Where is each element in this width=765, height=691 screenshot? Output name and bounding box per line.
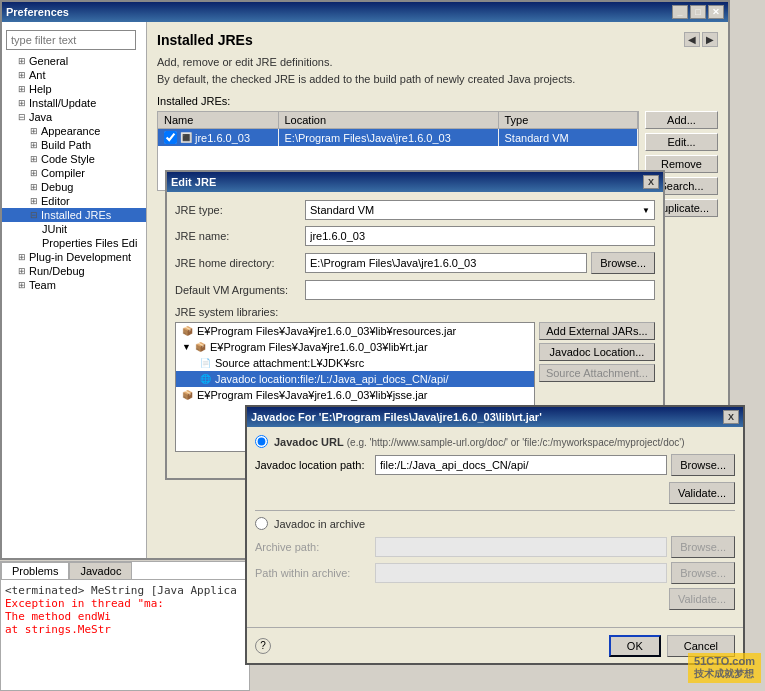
expand-icon: ⊞ [18,84,26,94]
error-line-1: Exception in thread "ma: [5,597,245,610]
javadoc-dialog: Javadoc For 'E:\Program Files\Java\jre1.… [245,405,745,665]
lib-item[interactable]: 📦 E¥Program Files¥Java¥jre1.6.0_03¥lib¥r… [176,323,534,339]
col-location: Location [278,112,498,129]
expand-icon: ⊞ [18,56,26,66]
sidebar-item-junit[interactable]: JUnit [2,222,146,236]
expand-icon: ⊞ [30,154,38,164]
jre-name-label: JRE name: [175,230,305,242]
jar-icon: 📦 [182,390,193,400]
path-within-label: Path within archive: [255,567,375,579]
sidebar-item-plugin-dev[interactable]: ⊞ Plug-in Development [2,250,146,264]
javadoc-title: Javadoc For 'E:\Program Files\Java\jre1.… [251,411,542,423]
javadoc-location-button[interactable]: Javadoc Location... [539,343,655,361]
edit-button[interactable]: Edit... [645,133,718,151]
sidebar-item-build-path[interactable]: ⊞ Build Path [2,138,146,152]
expand-icon: ⊞ [18,252,26,262]
expand-icon: ⊞ [18,266,26,276]
lib-item[interactable]: 📄 Source attachment:L¥JDK¥src [176,355,534,371]
edit-jre-titlebar: Edit JRE X [167,172,663,192]
vm-args-input[interactable] [305,280,655,300]
archive-path-row: Archive path: Browse... [255,536,735,558]
tab-javadoc[interactable]: Javadoc [69,562,132,579]
tab-problems[interactable]: Problems [1,562,69,579]
expand-icon: ⊞ [18,280,26,290]
sidebar-item-run-debug[interactable]: ⊞ Run/Debug [2,264,146,278]
javadoc-footer: ? OK Cancel [247,627,743,663]
minimize-button[interactable]: _ [672,5,688,19]
location-path-input[interactable] [375,455,667,475]
jre-name-row: JRE name: [175,226,655,246]
back-arrow[interactable]: ◀ [684,32,700,47]
jre-type-row: JRE type: Standard VM ▼ [175,200,655,220]
help-icon[interactable]: ? [255,638,271,654]
edit-jre-title: Edit JRE [171,176,216,188]
jre-type-combo[interactable]: Standard VM ▼ [305,200,655,220]
filter-input[interactable] [6,30,136,50]
archive-path-label: Archive path: [255,541,375,553]
jre-home-label: JRE home directory: [175,257,305,269]
jre-type: Standard VM [498,129,637,147]
jar-icon: 📦 [182,326,193,336]
sidebar-item-help[interactable]: ⊞ Help [2,82,146,96]
archive-validate-row: Validate... [255,588,735,610]
error-line-2: The method endWi [5,610,245,623]
jre-check[interactable]: 🔳 jre1.6.0_03 [158,129,278,147]
sidebar-item-compiler[interactable]: ⊞ Compiler [2,166,146,180]
sidebar-item-code-style[interactable]: ⊞ Code Style [2,152,146,166]
col-type: Type [498,112,637,129]
jre-checkbox[interactable] [164,131,177,144]
expand-icon: ⊞ [18,70,26,80]
preferences-sidebar: ⊞ General ⊞ Ant ⊞ Help ⊞ Install/Update … [2,22,147,558]
add-button[interactable]: Add... [645,111,718,129]
sidebar-item-appearance[interactable]: ⊞ Appearance [2,124,146,138]
jre-table: Name Location Type 🔳 jre1.6.0_03 E:\Prog… [158,112,638,146]
table-row[interactable]: 🔳 jre1.6.0_03 E:\Program Files\Java\jre1… [158,129,637,147]
jre-location: E:\Program Files\Java\jre1.6.0_03 [278,129,498,147]
javadoc-close[interactable]: X [723,410,739,424]
sidebar-item-debug[interactable]: ⊞ Debug [2,180,146,194]
javadoc-url-radio[interactable] [255,435,268,448]
watermark: 51CTO.com 技术成就梦想 [688,653,761,683]
jar-icon: 📦 [195,342,206,352]
source-attachment-button[interactable]: Source Attachment... [539,364,655,382]
col-name: Name [158,112,278,129]
expand-icon: ⊞ [30,126,38,136]
expand-icon: ⊞ [18,98,26,108]
javadoc-titlebar: Javadoc For 'E:\Program Files\Java\jre1.… [247,407,743,427]
path-within-archive-row: Path within archive: Browse... [255,562,735,584]
nav-arrows: ◀ ▶ [684,32,718,47]
sidebar-item-ant[interactable]: ⊞ Ant [2,68,146,82]
lib-item[interactable]: ▼ 📦 E¥Program Files¥Java¥jre1.6.0_03¥lib… [176,339,534,355]
jre-home-input[interactable] [305,253,587,273]
panel-description: Add, remove or edit JRE definitions. By … [157,54,718,87]
sidebar-item-properties[interactable]: Properties Files Edi [2,236,146,250]
lib-item-selected[interactable]: 🌐 Javadoc location:file:/L:/Java_api_doc… [176,371,534,387]
sidebar-item-java[interactable]: ⊟ Java [2,110,146,124]
javadoc-url-label: Javadoc URL (e.g. 'http://www.sample-url… [274,436,685,448]
doc-icon: 🌐 [200,374,211,384]
ok-button[interactable]: OK [609,635,661,657]
sidebar-item-installed-jres[interactable]: ⊟ Installed JREs [2,208,146,222]
archive-path-input [375,537,667,557]
sidebar-item-general[interactable]: ⊞ General [2,54,146,68]
location-browse-button[interactable]: Browse... [671,454,735,476]
jre-home-row: JRE home directory: Browse... [175,252,655,274]
path-browse-button: Browse... [671,562,735,584]
sidebar-item-editor[interactable]: ⊞ Editor [2,194,146,208]
sidebar-item-install[interactable]: ⊞ Install/Update [2,96,146,110]
javadoc-archive-row: Javadoc in archive [255,517,735,530]
lib-item[interactable]: 📦 E¥Program Files¥Java¥jre1.6.0_03¥lib¥j… [176,387,534,403]
add-external-jars-button[interactable]: Add External JARs... [539,322,655,340]
sidebar-item-team[interactable]: ⊞ Team [2,278,146,292]
close-button[interactable]: ✕ [708,5,724,19]
maximize-button[interactable]: □ [690,5,706,19]
archive-validate-button: Validate... [669,588,735,610]
preferences-titlebar: Preferences _ □ ✕ [2,2,728,22]
javadoc-archive-radio[interactable] [255,517,268,530]
edit-jre-close[interactable]: X [643,175,659,189]
jre-name-input[interactable] [305,226,655,246]
jre-type-label: JRE type: [175,204,305,216]
jre-home-browse-button[interactable]: Browse... [591,252,655,274]
forward-arrow[interactable]: ▶ [702,32,718,47]
validate-button[interactable]: Validate... [669,482,735,504]
